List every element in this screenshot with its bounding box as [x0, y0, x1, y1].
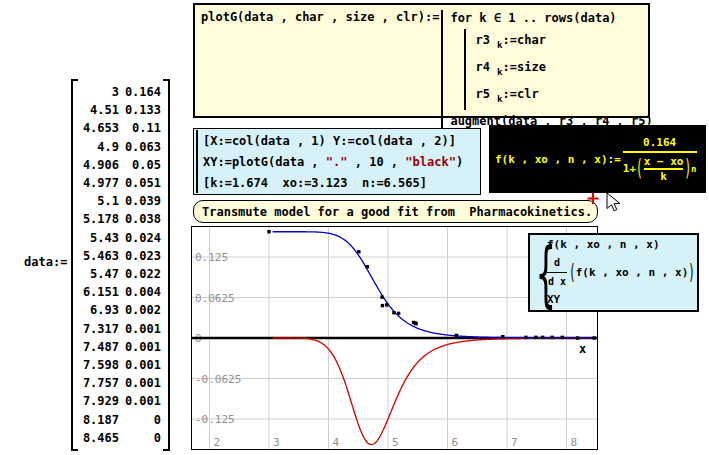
svg-text:4: 4: [333, 436, 340, 449]
plot-legend-region[interactable]: { f(k , xo , n , x) dd x (f(k , xo , n ,…: [528, 233, 699, 312]
matrix-cell: 7.487: [80, 338, 119, 356]
fraction-denominator: 1+(x − xok)n: [623, 151, 697, 183]
assign-operator: :=: [608, 153, 621, 166]
model-fraction: 0.164 1+(x − xok)n: [623, 136, 697, 183]
matrix-right-bracket: [163, 79, 170, 451]
matrix-row: 5.4630.023: [80, 247, 161, 265]
matrix-cell: 0.023: [119, 247, 161, 265]
matrix-cell: 0.038: [119, 210, 161, 228]
matrix-cell: 0.063: [119, 138, 161, 156]
program-lhs: plotG(data , char , size , clr): [201, 10, 425, 24]
model-function-region[interactable]: f(k , xo , n , x):= 0.164 1+(x − xok)n: [489, 125, 706, 193]
plotG-program-region[interactable]: plotG(data , char , size , clr):= for k …: [193, 3, 650, 118]
region-left-bar: [196, 130, 198, 193]
matrix-row: 7.3170.001: [80, 320, 161, 338]
matrix-cell: 0.039: [119, 192, 161, 210]
fraction-numerator: 0.164: [639, 136, 680, 151]
matrix-cell: 6.151: [80, 283, 119, 301]
matrix-cell: 7.598: [80, 356, 119, 374]
matrix-cell: 5.43: [80, 229, 119, 247]
matrix-cell: 5.1: [80, 192, 119, 210]
matrix-cell: 0.001: [119, 338, 161, 356]
matrix-cell: 4.906: [80, 156, 119, 174]
matrix-cell: 0.11: [119, 119, 161, 137]
matrix-cell: 7.757: [80, 374, 119, 392]
matrix-left-bracket: [71, 79, 78, 451]
matrix-row: 8.4650: [80, 429, 161, 447]
svg-text:-0.0625: -0.0625: [195, 373, 241, 386]
matrix-row: 30.164: [80, 83, 161, 101]
matrix-row: 6.1510.004: [80, 283, 161, 301]
matrix-cell: 0.05: [119, 156, 161, 174]
legend-rows: f(k , xo , n , x) dd x (f(k , xo , n , x…: [547, 236, 695, 309]
matrix-row: 6.930.002: [80, 301, 161, 319]
matrix-cell: 6.93: [80, 301, 119, 319]
matrix-cell: 0.002: [119, 301, 161, 319]
matrix-cell: 4.51: [80, 101, 119, 119]
matrix-cell: 0.001: [119, 392, 161, 410]
note-region[interactable]: Transmute model for a good fit from Phar…: [193, 200, 598, 223]
svg-text:7: 7: [511, 436, 518, 449]
matrix-cell: 7.317: [80, 320, 119, 338]
matrix-row: 5.430.024: [80, 229, 161, 247]
matrix-cell: 4.9: [80, 138, 119, 156]
program-lhs-line: plotG(data , char , size , clr):=: [201, 10, 439, 24]
matrix-cell: 0.022: [119, 265, 161, 283]
matrix-row: 7.9290.001: [80, 392, 161, 410]
svg-text:2: 2: [214, 436, 221, 449]
program-statement: r4 k:=size: [475, 56, 652, 83]
note-text: Transmute model for a good fit from Phar…: [202, 205, 592, 219]
cursor-arrow-icon: [607, 193, 620, 211]
legend-brace: {: [535, 236, 542, 309]
matrix-cell: 0.001: [119, 374, 161, 392]
matrix-row: 4.9060.05: [80, 156, 161, 174]
assign-operator: :=: [425, 10, 439, 24]
legend-trace-2: dd x (f(k , xo , n , x)): [547, 254, 695, 291]
svg-text:x: x: [579, 342, 586, 356]
matrix-cell: 5.178: [80, 210, 119, 228]
crosshair-icon: [588, 193, 599, 204]
matrix-cell: 0.001: [119, 356, 161, 374]
matrix-cell: 0.004: [119, 283, 161, 301]
matrix-row: 5.10.039: [80, 192, 161, 210]
svg-text:5: 5: [392, 436, 399, 449]
svg-text:0.0625: 0.0625: [195, 292, 235, 305]
matrix-cell: 3: [80, 83, 119, 101]
svg-text:0.125: 0.125: [195, 251, 228, 264]
string-literal: "black": [405, 155, 456, 169]
matrix-row: 7.7570.001: [80, 374, 161, 392]
svg-text:3: 3: [273, 436, 280, 449]
string-literal: ".": [326, 155, 348, 169]
model-lhs: f(k , xo , n , x):=: [495, 153, 621, 166]
program-statement: r5 k:=clr: [475, 83, 652, 110]
assign-operator: :=: [53, 255, 67, 269]
data-matrix-region[interactable]: 30.1644.510.1334.6530.114.90.0634.9060.0…: [71, 79, 170, 451]
mouse-cursor: [586, 191, 628, 223]
data-matrix-label: data:=: [24, 255, 67, 269]
for-line: for k ∈ 1 .. rows(data): [450, 10, 652, 26]
matrix-cell: 0: [119, 411, 161, 429]
xy-plot-call-line: XY:=plotG(data , "." , 10 , "black"): [203, 152, 480, 173]
matrix-rows: 30.1644.510.1334.6530.114.90.0634.9060.0…: [78, 79, 163, 451]
parameters-line: [k:=1.674 xo:=3.123 n:=6.565]: [203, 173, 480, 194]
matrix-row: 4.510.133: [80, 101, 161, 119]
matrix-cell: 5.47: [80, 265, 119, 283]
matrix-row: 5.470.022: [80, 265, 161, 283]
matrix-cell: 5.463: [80, 247, 119, 265]
legend-trace-3: XY: [547, 291, 695, 309]
matrix-row: 4.6530.11: [80, 119, 161, 137]
matrix-cell: 4.653: [80, 119, 119, 137]
svg-text:6: 6: [452, 436, 459, 449]
svg-text:8: 8: [571, 436, 578, 449]
matrix-cell: 7.929: [80, 392, 119, 410]
xy-definitions-region[interactable]: [X:=col(data , 1) Y:=col(data , 2)] XY:=…: [193, 128, 481, 195]
matrix-row: 5.1780.038: [80, 210, 161, 228]
program-block: for k ∈ 1 .. rows(data) r3 k:=char r4 k:…: [441, 10, 652, 129]
matrix-cell: 0.164: [119, 83, 161, 101]
matrix-cell: 4.977: [80, 174, 119, 192]
svg-text:-0.125: -0.125: [195, 413, 235, 426]
matrix-row: 4.90.063: [80, 138, 161, 156]
matrix-cell: 0.051: [119, 174, 161, 192]
for-body: r3 k:=char r4 k:=size r5 k:=clr: [464, 29, 652, 110]
legend-trace-1: f(k , xo , n , x): [547, 236, 695, 254]
